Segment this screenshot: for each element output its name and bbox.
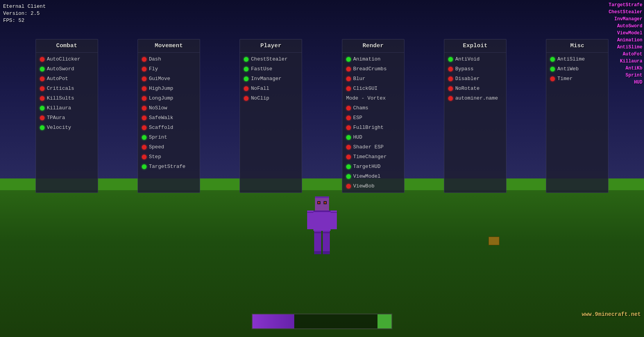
app-title: Eternal Client	[3, 3, 46, 10]
hud-info: Eternal Client Version: 2.5 FPS: 52	[3, 3, 46, 25]
module-item[interactable]: Timer	[546, 74, 608, 84]
module-item[interactable]: NoClip	[240, 93, 302, 103]
module-item[interactable]: TargetHUD	[342, 162, 404, 171]
module-item[interactable]: FastUse	[240, 64, 302, 74]
module-name: BreadCrumbs	[353, 66, 387, 72]
module-item[interactable]: ClickGUI	[342, 84, 404, 93]
status-dot-off	[550, 77, 555, 81]
module-item[interactable]: AutoClicker	[36, 54, 98, 64]
svg-rect-11	[307, 212, 313, 213]
module-item[interactable]: Bypass	[444, 64, 506, 74]
module-item[interactable]: Blur	[342, 74, 404, 84]
status-dot-off	[244, 96, 249, 101]
status-dot-on	[40, 67, 45, 71]
module-item[interactable]: HighJump	[138, 84, 200, 93]
module-item[interactable]: AntiVoid	[444, 54, 506, 64]
module-name: Speed	[149, 144, 164, 150]
svg-rect-6	[315, 196, 329, 198]
active-mod-label: ChestStealer	[609, 9, 642, 16]
module-item[interactable]: LongJump	[138, 93, 200, 103]
hotbar	[252, 314, 392, 329]
module-item[interactable]: AntiWeb	[546, 64, 608, 74]
status-dot-off	[142, 96, 147, 101]
module-name: TargetHUD	[353, 164, 381, 169]
panel-player: PlayerChestStealerFastUseInvManagerNoFal…	[240, 39, 302, 193]
hotbar-fill-green	[377, 314, 392, 328]
module-item[interactable]: ESP	[342, 113, 404, 123]
module-item[interactable]: GuiMove	[138, 74, 200, 84]
module-item[interactable]: Chams	[342, 103, 404, 113]
module-name: ViewModel	[353, 173, 381, 179]
module-item[interactable]: ChestStealer	[240, 54, 302, 64]
module-item[interactable]: KillSults	[36, 93, 98, 103]
module-item[interactable]: BreadCrumbs	[342, 64, 404, 74]
status-dot-off	[346, 116, 351, 120]
module-item[interactable]: NoRotate	[444, 84, 506, 93]
module-item[interactable]: FullBright	[342, 123, 404, 132]
module-name: autominer.name	[455, 95, 498, 101]
module-item[interactable]: Criticals	[36, 84, 98, 93]
module-item[interactable]: Scaffold	[138, 123, 200, 132]
module-item[interactable]: Sprint	[138, 132, 200, 142]
module-item[interactable]: TimeChanger	[342, 152, 404, 162]
module-name: TimeChanger	[353, 154, 387, 160]
module-item[interactable]: SafeWalk	[138, 113, 200, 123]
module-item[interactable]: TargetStrafe	[138, 162, 200, 171]
module-item[interactable]: ViewModel	[342, 171, 404, 181]
module-item[interactable]: Fly	[138, 64, 200, 74]
module-name: AntiWeb	[557, 66, 579, 72]
module-name: HighJump	[149, 86, 173, 91]
module-mode-label[interactable]: Mode - Vortex	[342, 93, 404, 103]
module-item[interactable]: TPAura	[36, 113, 98, 123]
status-dot-on	[244, 67, 249, 71]
svg-rect-17	[314, 251, 321, 254]
svg-rect-12	[331, 212, 337, 213]
panel-header-render: Render	[342, 39, 404, 53]
module-item[interactable]: NoSlow	[138, 103, 200, 113]
status-dot-off	[142, 116, 147, 120]
panel-misc: MiscAntiSlimeAntiWebTimer	[546, 39, 608, 193]
module-item[interactable]: HUD	[342, 132, 404, 142]
module-item[interactable]: Speed	[138, 142, 200, 152]
status-dot-on	[550, 67, 555, 71]
module-name: InvManager	[251, 76, 281, 82]
module-item[interactable]: Shader ESP	[342, 142, 404, 152]
module-item[interactable]: ViewBob	[342, 181, 404, 191]
status-dot-off	[40, 116, 45, 120]
status-dot-off	[40, 96, 45, 101]
status-dot-off	[244, 86, 249, 91]
panel-items-combat: AutoClickerAutoSwordAutoPotCriticalsKill…	[36, 53, 98, 134]
module-item[interactable]: NoFall	[240, 84, 302, 93]
panel-items-exploit: AntiVoidBypassDisablerNoRotateautominer.…	[444, 53, 506, 105]
module-item[interactable]: AutoPot	[36, 74, 98, 84]
module-item[interactable]: Velocity	[36, 123, 98, 132]
module-name: TPAura	[47, 115, 65, 121]
svg-rect-7	[313, 210, 331, 231]
module-name: TargetStrafe	[149, 164, 186, 169]
panel-items-misc: AntiSlimeAntiWebTimer	[546, 53, 608, 85]
status-dot-off	[448, 86, 453, 91]
module-name: Disabler	[455, 76, 479, 82]
panel-combat: CombatAutoClickerAutoSwordAutoPotCritica…	[36, 39, 98, 193]
module-item[interactable]: AntiSlime	[546, 54, 608, 64]
status-dot-off	[142, 155, 147, 159]
module-item[interactable]: InvManager	[240, 74, 302, 84]
module-item[interactable]: Step	[138, 152, 200, 162]
module-name: AutoSword	[47, 66, 74, 72]
status-dot-on	[142, 135, 147, 140]
status-dot-on	[346, 164, 351, 169]
status-dot-off	[346, 145, 351, 150]
status-dot-off	[448, 67, 453, 71]
module-item[interactable]: Killaura	[36, 103, 98, 113]
module-item[interactable]: Disabler	[444, 74, 506, 84]
module-item[interactable]: AutoSword	[36, 64, 98, 74]
module-item[interactable]: autominer.name	[444, 93, 506, 103]
module-item[interactable]: Dash	[138, 54, 200, 64]
status-dot-off	[40, 86, 45, 91]
active-mod-label: InvManager	[609, 16, 642, 23]
module-item[interactable]: Animation	[342, 54, 404, 64]
svg-rect-18	[323, 251, 330, 254]
panel-header-exploit: Exploit	[444, 39, 506, 53]
status-dot-off	[346, 106, 351, 111]
svg-rect-15	[314, 232, 321, 233]
